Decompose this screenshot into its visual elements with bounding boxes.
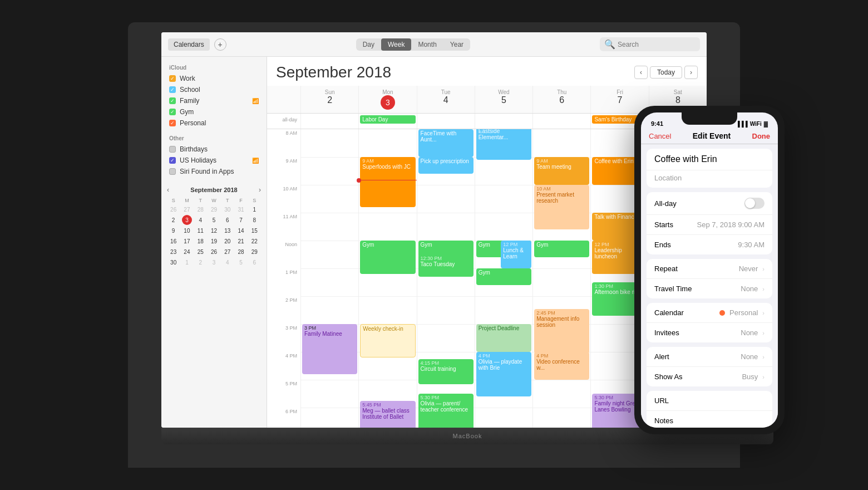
show-as-row[interactable]: Show As Busy › — [647, 367, 772, 386]
mini-cal-day[interactable]: 25 — [195, 247, 205, 257]
event-prescription[interactable]: Pick up prescription — [418, 157, 474, 174]
allday-toggle[interactable] — [744, 198, 765, 209]
mini-cal-day[interactable]: 8 — [249, 215, 259, 225]
mini-cal-next[interactable]: › — [259, 186, 261, 194]
sidebar-item-work[interactable]: ✓ Work — [161, 73, 267, 84]
prev-week-button[interactable]: ‹ — [634, 66, 648, 79]
mini-cal-day[interactable]: 29 — [249, 247, 259, 257]
iphone-done-button[interactable]: Done — [752, 132, 771, 140]
event-facetime[interactable]: FaceTime with Aunt... — [418, 129, 474, 157]
event-project-deadline[interactable]: Project Deadline — [476, 324, 531, 352]
event-title-field[interactable]: Coffee with Erin — [647, 149, 772, 170]
mini-cal-day[interactable]: 4 — [223, 257, 233, 267]
alert-row[interactable]: Alert None › — [647, 347, 772, 367]
mini-cal-day[interactable]: 24 — [182, 247, 192, 257]
next-week-button[interactable]: › — [684, 66, 698, 79]
event-circuit[interactable]: 4:15 PM Circuit training — [418, 359, 474, 384]
mini-cal-day[interactable]: 28 — [195, 204, 205, 214]
mini-cal-day[interactable]: 15 — [249, 226, 259, 236]
calendars-button[interactable]: Calendars — [168, 38, 210, 51]
invitees-row[interactable]: Invitees None › — [647, 323, 772, 342]
mini-cal-day[interactable]: 16 — [169, 236, 179, 246]
mini-cal-day[interactable]: 4 — [195, 215, 205, 225]
month-view-button[interactable]: Month — [411, 38, 443, 51]
mini-cal-day[interactable]: 5 — [236, 257, 246, 267]
event-team-meeting[interactable]: 9 AM Team meeting — [534, 157, 589, 185]
mini-cal-day[interactable]: 14 — [236, 226, 246, 236]
event-video-conf[interactable]: 4 PM Video conference w... — [534, 352, 589, 380]
event-gym-thu[interactable]: Gym — [534, 241, 589, 257]
mini-cal-day[interactable]: 29 — [209, 204, 219, 214]
sidebar-item-personal[interactable]: ✓ Personal — [161, 117, 267, 129]
url-row[interactable]: URL — [647, 391, 772, 411]
mini-cal-day[interactable]: 30 — [223, 204, 233, 214]
search-input[interactable] — [618, 41, 696, 48]
mini-cal-today[interactable]: 3 — [182, 215, 192, 225]
mini-cal-day[interactable]: 6 — [223, 215, 233, 225]
mini-cal-day[interactable]: 12 — [209, 226, 219, 236]
event-superfoods[interactable]: 9 AM Superfoods with JC — [360, 157, 415, 207]
sidebar-item-family[interactable]: ✓ Family 📶 — [161, 95, 267, 106]
ends-row[interactable]: Ends 9:30 AM — [647, 235, 772, 254]
event-family-matinee[interactable]: 3 PM Family Matinee — [302, 324, 357, 374]
view-switcher: Day Week Month Year — [356, 38, 470, 51]
mini-cal-day[interactable]: 6 — [249, 257, 259, 267]
mini-cal-day[interactable]: 26 — [169, 204, 179, 214]
mini-cal-day[interactable]: 7 — [236, 215, 246, 225]
event-mgmt-session[interactable]: 2:45 PM Management info session — [534, 309, 589, 354]
event-lunch-learn[interactable]: 12 PM Lunch & Learn — [501, 241, 531, 268]
event-weekly-checkin[interactable]: Weekly check-in — [360, 324, 415, 357]
event-olivia-conference[interactable]: 5:30 PM Olivia — parent/ teacher confere… — [418, 394, 474, 428]
event-gym-mon[interactable]: Gym — [360, 241, 415, 274]
travel-time-row[interactable]: Travel Time None › — [647, 279, 772, 298]
mini-cal-day[interactable]: 1 — [249, 204, 259, 214]
event-pta[interactable]: 7:30 AM PTA Meeting Eastside Elementar..… — [476, 129, 531, 160]
event-gym-wed2[interactable]: Gym — [476, 268, 531, 285]
year-view-button[interactable]: Year — [443, 38, 470, 51]
mini-cal-day[interactable]: 1 — [182, 257, 192, 267]
mini-cal-day[interactable]: 30 — [169, 257, 179, 267]
sidebar-item-us-holidays[interactable]: ✓ US Holidays 📶 — [161, 155, 267, 166]
sidebar-item-birthdays[interactable]: Birthdays — [161, 144, 267, 155]
mini-cal-day[interactable]: 9 — [169, 226, 179, 236]
calendar-chevron: › — [762, 310, 765, 316]
mini-cal-day[interactable]: 10 — [182, 226, 192, 236]
mini-cal-day[interactable]: 19 — [209, 236, 219, 246]
mini-cal-day[interactable]: 28 — [236, 247, 246, 257]
mini-cal-day[interactable]: 13 — [223, 226, 233, 236]
mini-cal-prev[interactable]: ‹ — [167, 186, 169, 194]
mini-cal-day[interactable]: 2 — [169, 215, 179, 225]
notes-row[interactable]: Notes — [647, 411, 772, 428]
starts-row[interactable]: Starts Sep 7, 2018 9:00 AM — [647, 215, 772, 235]
event-olivia-playdate[interactable]: 4 PM Olivia — playdate with Brie — [476, 352, 531, 396]
calendar-row[interactable]: Calendar Personal › — [647, 303, 772, 323]
week-view-button[interactable]: Week — [381, 38, 411, 51]
mini-cal-day[interactable]: 18 — [195, 236, 205, 246]
sidebar-item-siri[interactable]: Siri Found in Apps — [161, 166, 267, 177]
repeat-row[interactable]: Repeat Never › — [647, 259, 772, 279]
today-button[interactable]: Today — [650, 66, 682, 79]
sidebar-item-school[interactable]: ✓ School — [161, 84, 267, 95]
mini-cal-day[interactable]: 5 — [209, 215, 219, 225]
mini-cal-day[interactable]: 17 — [182, 236, 192, 246]
sidebar-item-gym[interactable]: ✓ Gym — [161, 106, 267, 117]
event-market-research[interactable]: 10 AM Present market research — [534, 185, 589, 229]
iphone-cancel-button[interactable]: Cancel — [649, 132, 671, 140]
add-calendar-button[interactable]: + — [214, 38, 226, 51]
mini-cal-day[interactable]: 20 — [223, 236, 233, 246]
mini-cal-day[interactable]: 23 — [169, 247, 179, 257]
mini-cal-day[interactable]: 22 — [249, 236, 259, 246]
event-location-field[interactable]: Location — [647, 170, 772, 188]
mini-cal-day[interactable]: 26 — [209, 247, 219, 257]
mini-cal-day[interactable]: 27 — [223, 247, 233, 257]
mini-cal-day[interactable]: 2 — [195, 257, 205, 267]
mini-cal-day[interactable]: 21 — [236, 236, 246, 246]
day-view-button[interactable]: Day — [356, 38, 381, 51]
mini-cal-day[interactable]: 3 — [209, 257, 219, 267]
mini-cal-day[interactable]: 27 — [182, 204, 192, 214]
event-taco-tuesday[interactable]: 12:30 PM Taco Tuesday — [418, 254, 474, 277]
labor-day-event[interactable]: Labor Day — [360, 115, 415, 124]
mini-cal-day[interactable]: 31 — [236, 204, 246, 214]
mini-cal-day[interactable]: 11 — [195, 226, 205, 236]
event-meg-ballet[interactable]: 5:45 PM Meg — ballet class Institute of … — [360, 401, 415, 428]
